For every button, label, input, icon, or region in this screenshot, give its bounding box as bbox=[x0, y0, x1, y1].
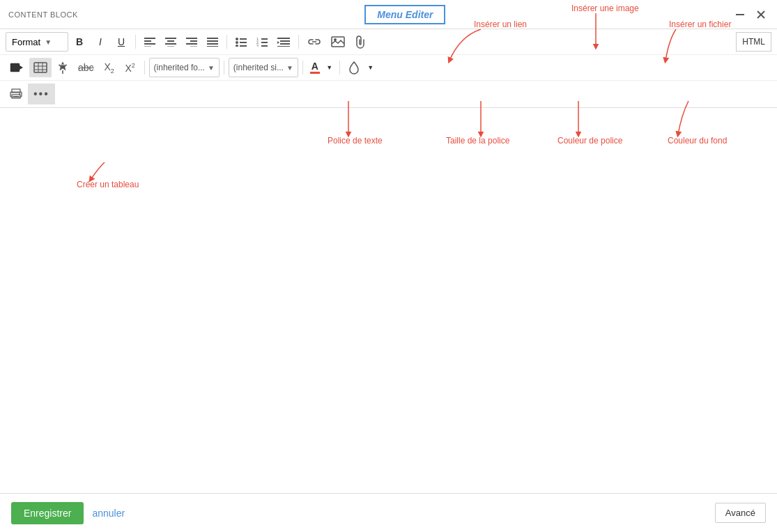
svg-point-19 bbox=[236, 38, 238, 40]
svg-rect-28 bbox=[261, 42, 268, 43]
bullet-list-icon bbox=[236, 37, 247, 47]
svg-rect-33 bbox=[280, 43, 290, 45]
svg-rect-12 bbox=[190, 40, 197, 42]
separator-7 bbox=[339, 61, 340, 75]
numbered-list-button[interactable]: 1. 2. 3. bbox=[252, 32, 272, 52]
minimize-button[interactable] bbox=[732, 8, 748, 21]
font-size-select[interactable]: (inherited si... ▼ bbox=[229, 58, 298, 77]
pin-button[interactable] bbox=[53, 58, 72, 77]
svg-rect-9 bbox=[165, 43, 176, 45]
font-color-button[interactable]: A bbox=[307, 58, 323, 77]
svg-rect-20 bbox=[240, 38, 247, 40]
close-button[interactable] bbox=[753, 8, 769, 21]
create-table-button[interactable] bbox=[29, 58, 52, 77]
separator-2 bbox=[226, 35, 227, 49]
svg-rect-17 bbox=[207, 43, 218, 45]
svg-rect-13 bbox=[186, 43, 197, 45]
svg-point-23 bbox=[236, 45, 238, 47]
svg-rect-30 bbox=[261, 45, 268, 47]
align-left-button[interactable] bbox=[140, 32, 160, 52]
svg-point-21 bbox=[236, 41, 238, 44]
svg-rect-3 bbox=[144, 38, 155, 39]
bold-button[interactable]: B bbox=[70, 32, 89, 52]
svg-rect-8 bbox=[167, 40, 174, 42]
underline-button[interactable]: U bbox=[111, 32, 131, 52]
align-center-icon bbox=[165, 37, 176, 47]
strikethrough-button[interactable]: abc bbox=[74, 58, 98, 77]
waterdrop-icon bbox=[348, 61, 360, 75]
font-size-arrow-icon: ▼ bbox=[286, 64, 293, 72]
svg-rect-15 bbox=[207, 38, 218, 39]
bold-icon: B bbox=[76, 36, 83, 47]
svg-text:3.: 3. bbox=[256, 44, 259, 47]
footer: Enregistrer annuler Avancé bbox=[0, 493, 777, 532]
cancel-button[interactable]: annuler bbox=[92, 508, 125, 519]
pin-icon bbox=[58, 61, 68, 74]
bg-color-dropdown-icon: ▼ bbox=[367, 64, 374, 71]
svg-rect-24 bbox=[240, 45, 247, 47]
font-color-bar bbox=[310, 72, 320, 74]
numbered-list-icon: 1. 2. 3. bbox=[256, 37, 268, 47]
superscript-button[interactable]: X2 bbox=[121, 58, 140, 77]
svg-marker-40 bbox=[20, 65, 23, 70]
italic-icon: I bbox=[99, 36, 102, 47]
avance-button[interactable]: Avancé bbox=[715, 503, 766, 523]
svg-rect-10 bbox=[167, 46, 174, 47]
toolbar-row-2: abc X2 X2 (inherited fo... ▼ (inherited … bbox=[0, 55, 777, 81]
format-arrow-icon: ▼ bbox=[45, 38, 52, 46]
align-right-button[interactable] bbox=[182, 32, 201, 52]
more-options-button[interactable]: ••• bbox=[28, 84, 55, 104]
link-icon bbox=[307, 36, 321, 47]
svg-rect-7 bbox=[165, 38, 176, 39]
separator-4 bbox=[144, 61, 145, 75]
align-center-button[interactable] bbox=[161, 32, 180, 52]
justify-button[interactable] bbox=[203, 32, 222, 52]
svg-rect-31 bbox=[277, 38, 290, 39]
align-right-icon bbox=[186, 37, 197, 47]
italic-button[interactable]: I bbox=[91, 32, 110, 52]
header-actions bbox=[732, 8, 769, 21]
menu-editer-button[interactable]: Menu Editer bbox=[364, 5, 445, 24]
strikethrough-icon: abc bbox=[78, 62, 94, 73]
minimize-icon bbox=[735, 10, 745, 19]
bg-color-arrow-button[interactable]: ▼ bbox=[365, 58, 376, 77]
insert-file-button[interactable] bbox=[351, 32, 370, 52]
header: CONTENT BLOCK Menu Editer bbox=[0, 0, 777, 29]
svg-rect-26 bbox=[261, 38, 268, 40]
insert-link-button[interactable] bbox=[303, 32, 325, 52]
svg-rect-5 bbox=[144, 43, 155, 45]
insert-video-button[interactable] bbox=[6, 58, 28, 77]
subscript-icon: X2 bbox=[104, 61, 114, 75]
separator-6 bbox=[302, 61, 303, 75]
svg-rect-6 bbox=[144, 46, 151, 47]
more-options-icon: ••• bbox=[33, 88, 49, 100]
image-icon bbox=[331, 36, 345, 47]
indent-icon bbox=[277, 37, 290, 47]
print-button[interactable] bbox=[6, 84, 26, 104]
editor-content[interactable] bbox=[0, 108, 777, 428]
font-family-select[interactable]: (inherited fo... ▼ bbox=[149, 58, 220, 77]
separator-3 bbox=[298, 35, 299, 49]
indent-button[interactable] bbox=[273, 32, 294, 52]
svg-rect-0 bbox=[736, 14, 744, 15]
bullet-list-button[interactable] bbox=[231, 32, 251, 52]
bg-color-button[interactable] bbox=[344, 58, 364, 77]
format-label: Format bbox=[12, 37, 40, 47]
justify-icon bbox=[207, 37, 218, 47]
font-size-value: (inherited si... bbox=[233, 63, 284, 72]
table-icon bbox=[33, 62, 47, 73]
save-button[interactable]: Enregistrer bbox=[11, 502, 84, 524]
subscript-button[interactable]: X2 bbox=[100, 58, 119, 77]
font-color-icon: A bbox=[311, 61, 318, 71]
insert-image-button[interactable] bbox=[327, 32, 349, 52]
font-color-arrow-button[interactable]: ▼ bbox=[324, 58, 335, 77]
format-select[interactable]: Format ▼ bbox=[6, 32, 68, 52]
html-button[interactable]: HTML bbox=[736, 32, 771, 52]
align-left-icon bbox=[144, 37, 155, 47]
svg-rect-14 bbox=[190, 46, 197, 47]
separator-5 bbox=[224, 61, 224, 75]
attach-icon bbox=[355, 35, 365, 49]
content-block-title: CONTENT BLOCK bbox=[8, 10, 78, 19]
svg-rect-39 bbox=[10, 63, 20, 72]
toolbar-area: Format ▼ B I U bbox=[0, 29, 777, 108]
